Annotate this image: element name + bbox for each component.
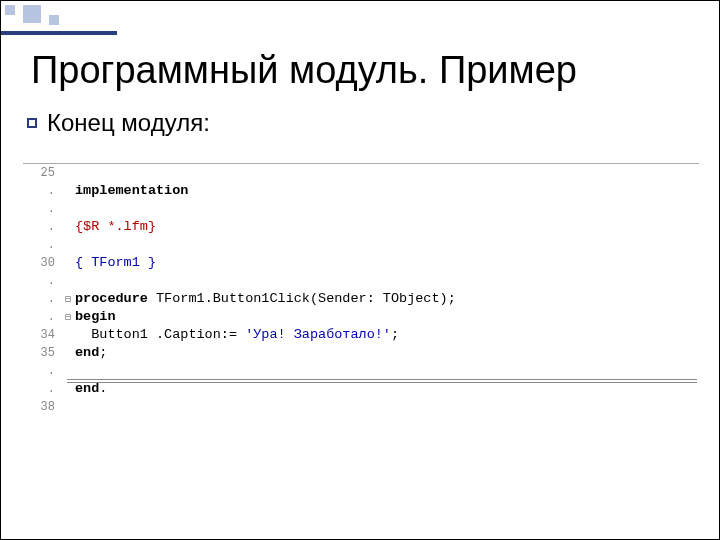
slide-subtitle-row: Конец модуля:	[27, 109, 210, 137]
slide: Программный модуль. Пример Конец модуля:…	[0, 0, 720, 540]
line-number: 25	[23, 164, 61, 182]
fold-marker	[61, 326, 75, 344]
bullet-icon	[27, 118, 37, 128]
corner-decoration	[1, 1, 121, 37]
line-number: .	[23, 272, 61, 290]
code-text: {$R *.lfm}	[75, 218, 699, 236]
line-number: .	[23, 218, 61, 236]
fold-marker: ⊟	[61, 290, 75, 308]
code-block: 25 . implementation . . {$R *.lfm} .	[23, 163, 699, 416]
code-line: . ⊟ begin	[23, 308, 699, 326]
code-text	[75, 236, 699, 254]
line-number: .	[23, 308, 61, 326]
code-text	[75, 164, 699, 182]
fold-marker	[61, 362, 75, 380]
code-line: . ⊟ procedure TForm1.Button1Click(Sender…	[23, 290, 699, 308]
code-text	[75, 398, 699, 416]
underline-decoration	[67, 379, 697, 380]
fold-marker: ⊟	[61, 308, 75, 326]
slide-title: Программный модуль. Пример	[31, 49, 577, 92]
code-text: end;	[75, 344, 699, 362]
code-text	[75, 362, 699, 380]
code-text: procedure TForm1.Button1Click(Sender: TO…	[75, 290, 699, 308]
line-number: 34	[23, 326, 61, 344]
underline-decoration	[67, 382, 697, 383]
code-line: 30 { TForm1 }	[23, 254, 699, 272]
code-text: begin	[75, 308, 699, 326]
code-line: . {$R *.lfm}	[23, 218, 699, 236]
code-line: 34 Button1 .Caption:= 'Ура! Заработало!'…	[23, 326, 699, 344]
fold-marker	[61, 344, 75, 362]
line-number: 38	[23, 398, 61, 416]
code-line: .	[23, 236, 699, 254]
code-text	[75, 272, 699, 290]
fold-marker	[61, 200, 75, 218]
line-number: .	[23, 380, 61, 398]
code-line: . implementation	[23, 182, 699, 200]
line-number: .	[23, 200, 61, 218]
line-number: .	[23, 236, 61, 254]
code-line: .	[23, 362, 699, 380]
slide-subtitle: Конец модуля:	[47, 109, 210, 137]
fold-marker	[61, 164, 75, 182]
fold-marker	[61, 236, 75, 254]
fold-marker	[61, 254, 75, 272]
line-number: .	[23, 182, 61, 200]
line-number: 30	[23, 254, 61, 272]
fold-marker	[61, 182, 75, 200]
code-line: 25	[23, 164, 699, 182]
line-number: .	[23, 290, 61, 308]
code-text	[75, 200, 699, 218]
line-number: 35	[23, 344, 61, 362]
line-number: .	[23, 362, 61, 380]
code-line: .	[23, 272, 699, 290]
fold-marker	[61, 218, 75, 236]
code-line: 38	[23, 398, 699, 416]
code-text: { TForm1 }	[75, 254, 699, 272]
code-text: Button1 .Caption:= 'Ура! Заработало!';	[75, 326, 699, 344]
code-line: .	[23, 200, 699, 218]
fold-marker	[61, 398, 75, 416]
code-line: 35 end;	[23, 344, 699, 362]
fold-marker	[61, 272, 75, 290]
code-text: implementation	[75, 182, 699, 200]
